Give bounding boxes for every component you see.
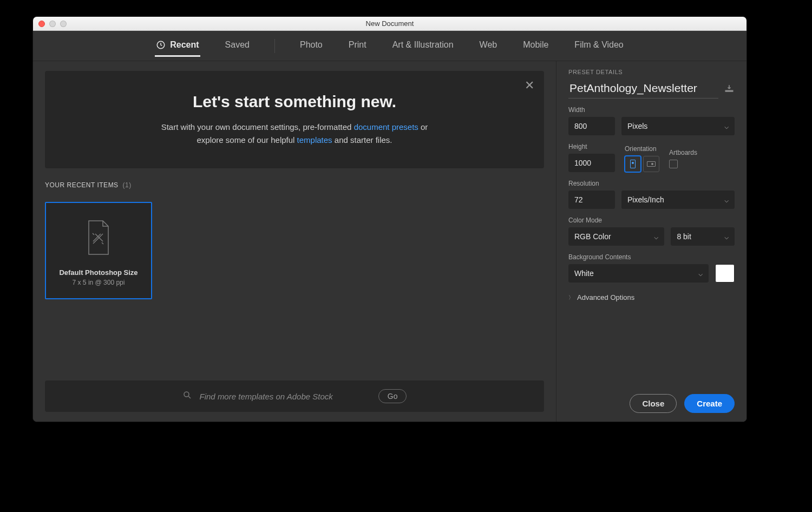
welcome-text-part: or xyxy=(418,122,428,132)
recent-cards: Default Photoshop Size 7 x 5 in @ 300 pp… xyxy=(45,202,544,299)
chevron-down-icon: ⌵ xyxy=(724,122,729,130)
advanced-options-label: Advanced Options xyxy=(577,293,634,301)
dialog-buttons: Close Create xyxy=(568,388,735,413)
tab-separator xyxy=(274,39,275,53)
orientation-landscape-button[interactable] xyxy=(643,156,659,172)
tab-mobile[interactable]: Mobile xyxy=(522,35,549,57)
tab-print[interactable]: Print xyxy=(348,35,368,57)
background-select[interactable]: White ⌵ xyxy=(568,264,709,283)
orientation-group xyxy=(625,156,659,172)
search-go-button[interactable]: Go xyxy=(378,389,407,403)
preset-name-input[interactable] xyxy=(568,81,718,99)
preset-name-row xyxy=(568,81,735,99)
resolution-units-value: Pixels/Inch xyxy=(627,195,664,204)
zoom-window-icon[interactable] xyxy=(60,21,67,27)
titlebar: New Document xyxy=(33,17,746,31)
units-select[interactable]: Pixels ⌵ xyxy=(621,117,735,135)
tab-label: Film & Video xyxy=(574,40,623,50)
category-tabbar: Recent Saved Photo Print Art & Illustrat… xyxy=(33,31,746,61)
close-window-icon[interactable] xyxy=(38,21,45,27)
tab-film-video[interactable]: Film & Video xyxy=(573,35,624,57)
templates-link[interactable]: templates xyxy=(297,135,332,145)
spacer xyxy=(45,309,544,371)
save-preset-icon[interactable] xyxy=(724,84,735,96)
tab-label: Web xyxy=(480,40,497,50)
tab-art-illustration[interactable]: Art & Illustration xyxy=(391,35,455,57)
stock-search-bar[interactable]: Find more templates on Adobe Stock Go xyxy=(45,380,544,412)
tab-label: Art & Illustration xyxy=(392,40,454,50)
resolution-units-select[interactable]: Pixels/Inch ⌵ xyxy=(621,191,735,209)
preset-details-panel: PRESET DETAILS Width Pixels ⌵ xyxy=(556,61,746,422)
tab-label: Mobile xyxy=(523,40,548,50)
color-mode-value: RGB Color xyxy=(574,232,611,241)
preset-card[interactable]: Default Photoshop Size 7 x 5 in @ 300 pp… xyxy=(45,202,152,299)
orientation-portrait-button[interactable] xyxy=(625,156,641,172)
tab-saved[interactable]: Saved xyxy=(224,35,251,57)
tab-label: Print xyxy=(349,40,366,50)
preset-subtitle: 7 x 5 in @ 300 ppi xyxy=(73,279,125,286)
welcome-text-part: explore some of our helpful xyxy=(197,135,297,145)
background-swatch[interactable] xyxy=(715,264,735,283)
chevron-down-icon: ⌵ xyxy=(724,232,729,241)
tab-recent[interactable]: Recent xyxy=(155,35,200,57)
caret-right-icon: 〉 xyxy=(568,294,574,301)
svg-point-1 xyxy=(184,392,189,397)
color-mode-select[interactable]: RGB Color ⌵ xyxy=(568,227,664,246)
left-pane: ✕ Let's start something new. Start with … xyxy=(33,61,556,422)
welcome-text-part: and starter files. xyxy=(332,135,392,145)
recent-items-heading: YOUR RECENT ITEMS (1) xyxy=(45,181,544,189)
search-placeholder: Find more templates on Adobe Stock xyxy=(200,392,333,401)
minimize-window-icon[interactable] xyxy=(49,21,56,27)
window-controls xyxy=(38,21,67,27)
background-value: White xyxy=(574,269,594,278)
width-label: Width xyxy=(568,106,735,114)
chevron-down-icon: ⌵ xyxy=(724,195,729,204)
close-button[interactable]: Close xyxy=(630,394,677,413)
chevron-down-icon: ⌵ xyxy=(654,232,658,241)
welcome-banner: ✕ Let's start something new. Start with … xyxy=(45,71,544,168)
tab-label: Recent xyxy=(170,40,199,50)
recent-icon xyxy=(156,40,166,50)
document-icon xyxy=(83,219,114,257)
welcome-text: Start with your own document settings, p… xyxy=(61,121,528,147)
tab-web[interactable]: Web xyxy=(479,35,499,57)
orientation-label: Orientation xyxy=(625,145,659,153)
width-input[interactable] xyxy=(568,117,615,135)
window-title: New Document xyxy=(366,19,414,28)
dialog-content: Recent Saved Photo Print Art & Illustrat… xyxy=(33,31,746,422)
tab-photo[interactable]: Photo xyxy=(299,35,324,57)
close-banner-icon[interactable]: ✕ xyxy=(525,78,534,93)
recent-items-count: (1) xyxy=(122,181,131,189)
color-mode-label: Color Mode xyxy=(568,216,735,224)
welcome-text-part: Start with your own document settings, p… xyxy=(161,122,354,132)
preset-details-heading: PRESET DETAILS xyxy=(568,69,735,75)
color-depth-select[interactable]: 8 bit ⌵ xyxy=(671,227,735,246)
tab-label: Photo xyxy=(300,40,323,50)
units-value: Pixels xyxy=(627,122,647,130)
artboards-checkbox[interactable] xyxy=(669,160,678,168)
chevron-down-icon: ⌵ xyxy=(698,269,703,278)
welcome-heading: Let's start something new. xyxy=(61,93,528,111)
dialog-body: ✕ Let's start something new. Start with … xyxy=(33,61,746,422)
resolution-label: Resolution xyxy=(568,180,735,187)
tab-label: Saved xyxy=(225,40,250,50)
recent-items-label: YOUR RECENT ITEMS xyxy=(45,181,119,189)
height-label: Height xyxy=(568,143,615,150)
background-label: Background Contents xyxy=(568,253,735,261)
preset-title: Default Photoshop Size xyxy=(59,268,137,277)
advanced-options-toggle[interactable]: 〉 Advanced Options xyxy=(568,293,735,301)
search-icon xyxy=(182,390,192,402)
resolution-input[interactable] xyxy=(568,191,615,209)
artboards-label: Artboards xyxy=(669,149,697,156)
svg-rect-2 xyxy=(725,90,734,91)
create-button[interactable]: Create xyxy=(684,394,735,413)
color-depth-value: 8 bit xyxy=(677,232,691,241)
height-input[interactable] xyxy=(568,154,615,172)
new-document-window: New Document Recent Saved Photo Print Ar… xyxy=(32,16,747,422)
document-presets-link[interactable]: document presets xyxy=(354,122,418,132)
